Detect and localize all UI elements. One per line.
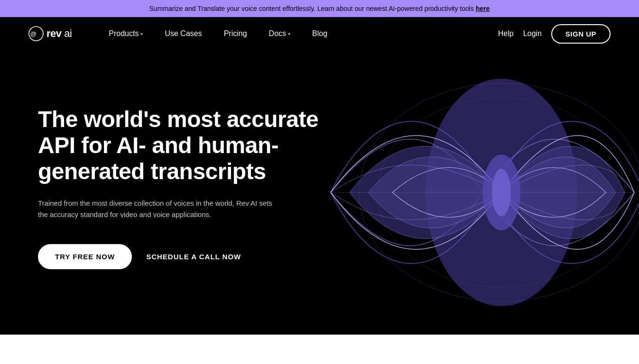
signup-button[interactable]: SIGN UP bbox=[551, 24, 611, 44]
schedule-call-button[interactable]: SCHEDULE A CALL NOW bbox=[146, 253, 241, 261]
chevron-down-icon: ▾ bbox=[288, 31, 290, 36]
hero-section: The world's most accurate API for AI- an… bbox=[0, 50, 639, 335]
svg-point-7 bbox=[492, 169, 511, 216]
hero-subtitle: Trained from the most diverse collection… bbox=[38, 198, 275, 220]
login-link[interactable]: Login bbox=[523, 29, 542, 38]
hero-wave-visual bbox=[316, 74, 639, 311]
announcement-banner: Summarize and Translate your voice conte… bbox=[0, 0, 639, 17]
nav-item-use-cases[interactable]: Use Cases bbox=[156, 25, 210, 43]
what-we-offer-section: What We Offer bbox=[0, 335, 639, 364]
hero-buttons: TRY FREE NOW SCHEDULE A CALL NOW bbox=[38, 244, 332, 269]
chevron-down-icon: ▾ bbox=[140, 31, 143, 36]
nav-item-pricing[interactable]: Pricing bbox=[215, 25, 256, 43]
logo[interactable]: @ rev ai bbox=[28, 26, 72, 41]
nav-right: Help Login SIGN UP bbox=[498, 24, 611, 44]
logo-text: rev ai bbox=[46, 27, 72, 40]
wave-animation-svg bbox=[316, 74, 639, 311]
nav-item-blog[interactable]: Blog bbox=[304, 25, 336, 43]
nav-links: Products ▾ Use Cases Pricing Docs ▾ Blog bbox=[100, 25, 498, 43]
navbar: @ rev ai Products ▾ Use Cases Pricing Do… bbox=[0, 17, 639, 50]
banner-link[interactable]: here bbox=[476, 5, 490, 12]
hero-title: The world's most accurate API for AI- an… bbox=[38, 106, 332, 185]
banner-text: Summarize and Translate your voice conte… bbox=[149, 5, 476, 12]
nav-item-products[interactable]: Products ▾ bbox=[100, 25, 151, 43]
logo-icon: @ bbox=[28, 26, 44, 41]
svg-text:@: @ bbox=[30, 30, 37, 37]
try-free-button[interactable]: TRY FREE NOW bbox=[38, 244, 132, 269]
help-link[interactable]: Help bbox=[498, 29, 514, 38]
hero-content: The world's most accurate API for AI- an… bbox=[38, 106, 332, 270]
nav-item-docs[interactable]: Docs ▾ bbox=[260, 25, 299, 43]
